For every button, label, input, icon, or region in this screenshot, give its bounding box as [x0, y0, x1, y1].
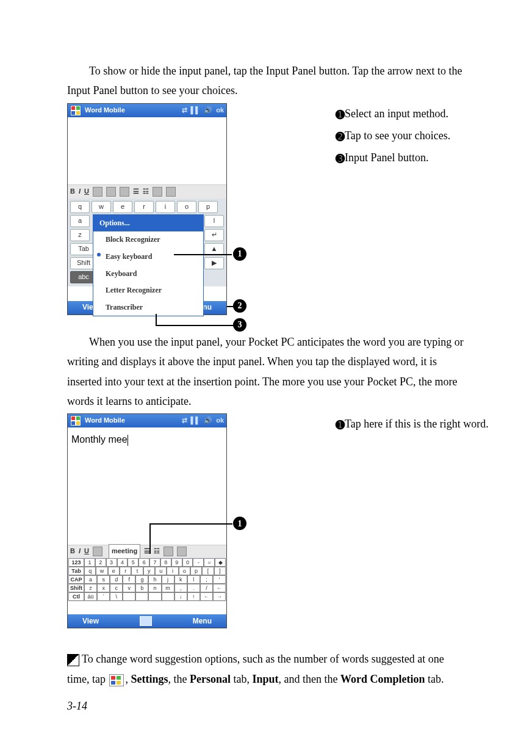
key-enter[interactable]: ↵ [204, 229, 224, 241]
key[interactable] [162, 592, 174, 601]
key-up[interactable]: ▲ [204, 243, 224, 255]
key[interactable]: 2 [95, 558, 106, 567]
key[interactable]: a [84, 575, 97, 584]
document-edit-area[interactable]: Monthly mee [68, 427, 226, 545]
key[interactable]: ' [213, 575, 226, 584]
key[interactable]: g [135, 575, 148, 584]
input-menu-block-recognizer[interactable]: Block Recognizer [93, 231, 203, 249]
ok-button[interactable]: ok [216, 415, 224, 427]
indent-icon[interactable] [166, 187, 176, 197]
bold-button[interactable]: B [70, 186, 75, 198]
key[interactable]: 4 [117, 558, 128, 567]
underline-button[interactable]: U [84, 545, 89, 558]
outdent-icon[interactable] [164, 547, 173, 556]
key[interactable]: ↑ [187, 592, 200, 601]
key[interactable]: 5 [128, 558, 138, 567]
key[interactable] [135, 592, 148, 601]
input-menu-letter-recognizer[interactable]: Letter Recognizer [93, 282, 203, 299]
bold-button[interactable]: B [70, 545, 75, 558]
key-row-label[interactable]: Ctl [68, 592, 84, 601]
indent-icon[interactable] [177, 547, 187, 556]
key[interactable]: k [174, 575, 187, 584]
key[interactable] [123, 592, 135, 601]
key[interactable]: c [110, 584, 123, 592]
key[interactable]: w [96, 567, 107, 575]
key[interactable]: 0 [182, 558, 193, 567]
key[interactable]: \ [110, 592, 123, 601]
key[interactable]: n [148, 584, 161, 592]
highlight-icon[interactable] [106, 187, 116, 197]
key[interactable] [148, 592, 161, 601]
bullets-icon[interactable]: ☰ [133, 186, 139, 198]
font-color-icon[interactable] [120, 187, 129, 197]
key-r[interactable]: r [134, 201, 154, 213]
key-e[interactable]: e [113, 201, 132, 213]
outdent-icon[interactable] [153, 187, 162, 197]
key-a[interactable]: a [70, 215, 90, 227]
key[interactable]: v [123, 584, 135, 592]
key[interactable]: 6 [138, 558, 149, 567]
key-row-label[interactable]: CAP [68, 575, 84, 584]
align-icon[interactable] [93, 547, 102, 556]
onscreen-keyboard-full[interactable]: 1231234567890-=◆Tabqwertyuiop[]CAPasdfgh… [68, 558, 226, 602]
key[interactable]: y [143, 567, 155, 575]
input-panel-button[interactable] [140, 616, 152, 626]
key[interactable]: ← [200, 592, 213, 601]
key-z[interactable]: z [70, 229, 90, 241]
key[interactable]: m [162, 584, 174, 592]
key-q[interactable]: q [70, 201, 90, 213]
input-menu-transcriber[interactable]: Transcriber [93, 299, 203, 316]
key[interactable]: i [167, 567, 178, 575]
key[interactable]: t [131, 567, 143, 575]
key-l[interactable]: l [204, 215, 224, 227]
key-row-label[interactable]: Shift [68, 584, 84, 592]
key[interactable]: s [97, 575, 110, 584]
key[interactable]: l [187, 575, 200, 584]
key[interactable]: , [174, 584, 187, 592]
ok-button[interactable]: ok [216, 104, 224, 117]
key[interactable]: b [135, 584, 148, 592]
key[interactable]: ; [200, 575, 213, 584]
key[interactable]: d [110, 575, 123, 584]
input-menu-easy-keyboard[interactable]: Easy keyboard [93, 249, 203, 266]
key[interactable]: - [193, 558, 204, 567]
key[interactable]: p [190, 567, 202, 575]
italic-button[interactable]: I [79, 186, 81, 198]
underline-button[interactable]: U [84, 186, 89, 198]
key[interactable]: 1 [84, 558, 95, 567]
numbering-icon[interactable]: ☷ [154, 545, 160, 558]
key[interactable]: x [97, 584, 110, 592]
key-row-label[interactable]: Tab [68, 567, 84, 575]
input-menu-options[interactable]: Options... [93, 215, 203, 232]
key[interactable]: ◆ [215, 558, 226, 567]
italic-button[interactable]: I [79, 545, 81, 558]
key[interactable]: ] [214, 567, 226, 575]
key[interactable]: f [123, 575, 135, 584]
key[interactable]: ← [213, 584, 226, 592]
input-method-menu[interactable]: Options... Block Recognizer Easy keyboar… [93, 214, 204, 317]
key[interactable]: q [84, 567, 96, 575]
key-o[interactable]: o [177, 201, 196, 213]
key[interactable]: u [155, 567, 167, 575]
key[interactable]: o [179, 567, 190, 575]
key[interactable]: ` [97, 592, 110, 601]
align-icon[interactable] [93, 187, 102, 197]
key-row-label[interactable]: 123 [68, 558, 84, 567]
key-p[interactable]: p [198, 201, 218, 213]
key-right[interactable]: ▶ [204, 257, 224, 269]
key[interactable]: → [213, 592, 226, 601]
key[interactable]: r [120, 567, 131, 575]
key[interactable]: [ [202, 567, 214, 575]
key[interactable]: 8 [160, 558, 171, 567]
menu-button[interactable]: Menu [193, 615, 212, 628]
key[interactable]: ↓ [174, 592, 187, 601]
key[interactable]: e [108, 567, 120, 575]
input-menu-keyboard[interactable]: Keyboard [93, 266, 203, 283]
key[interactable]: 3 [106, 558, 117, 567]
key-i[interactable]: i [156, 201, 175, 213]
numbering-icon[interactable]: ☷ [143, 186, 149, 198]
key[interactable]: 9 [171, 558, 182, 567]
key[interactable]: áü [84, 592, 97, 601]
key-w[interactable]: w [92, 201, 111, 213]
key[interactable]: = [204, 558, 215, 567]
